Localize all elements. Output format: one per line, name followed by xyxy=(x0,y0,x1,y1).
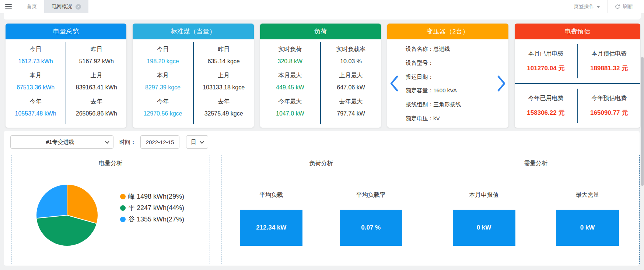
summary-cards-row: 电量总览 今日 1612.73 kWh 本月 67513.36 kWh 今年 1… xyxy=(6,24,640,128)
stat-cell: 上月最大 647.06 kW xyxy=(321,72,381,91)
field-value: kV xyxy=(433,115,440,121)
cost-value: 189881.32 元 xyxy=(590,64,628,72)
stat-cell: 实时负载率 10.03 % xyxy=(321,46,381,65)
stat-label: 本月最大 xyxy=(260,72,320,79)
tab-operations-label: 页签操作 xyxy=(574,3,594,10)
tab-grid-overview[interactable]: 电网概况 × xyxy=(44,0,88,13)
granularity-select[interactable]: 日 xyxy=(186,135,208,149)
stat-label: 今日 xyxy=(6,46,66,53)
pie-slice-separator xyxy=(36,215,67,219)
legend-item-flat[interactable]: 平 2247 kWh(44%) xyxy=(120,203,184,212)
stat-value: 5167.92 kWh xyxy=(66,58,126,65)
date-input[interactable]: 2022-12-15 xyxy=(140,135,179,149)
stat-label: 去年 xyxy=(66,98,126,106)
card-standard-coal-title: 标准煤（当量） xyxy=(133,24,253,39)
cost-label: 本月已用电费 xyxy=(528,50,563,58)
legend-label: 平 2247 kWh(44%) xyxy=(128,203,184,212)
card-transformer: 变压器（2台） 设备名称：总进线 设备型号： 投运日期： 额定容量：1600 k… xyxy=(387,24,508,128)
menu-toggle-icon[interactable] xyxy=(5,4,12,9)
stat-cell: 今年 12970.56 kgce xyxy=(133,98,193,117)
pie-legend: 峰 1498 kWh(29%) 平 2247 kWh(44%) 谷 1355 k… xyxy=(120,192,184,224)
card-energy-overview-body: 今日 1612.73 kWh 本月 67513.36 kWh 今年 105537… xyxy=(6,39,126,128)
stat-value: 1047.0 kW xyxy=(260,110,320,117)
stat-column: 平均负载 212.34 kW xyxy=(221,188,321,264)
chevron-right-icon xyxy=(497,75,506,92)
transformer-field: 设备名称：总进线 xyxy=(406,46,496,53)
transformer-field: 投运日期： xyxy=(406,74,496,81)
stat-value-box: 0 kW xyxy=(453,210,515,246)
cost-value: 158306.22 元 xyxy=(527,109,564,117)
line-select[interactable]: #1专变进线 xyxy=(10,135,113,149)
field-value: 1600 kVA xyxy=(433,87,457,93)
stat-label: 实时负荷 xyxy=(260,46,320,53)
card-transformer-body: 设备名称：总进线 设备型号： 投运日期： 额定容量：1600 kVA 接线组别：… xyxy=(387,39,508,128)
field-label: 设备型号： xyxy=(406,60,433,66)
stat-value-box: 212.34 kW xyxy=(240,210,302,246)
stat-cell: 本月最大 449.45 kW xyxy=(260,72,320,91)
cost-row-month: 本月已用电费 101270.04 元 本月预估电费 189881.32 元 xyxy=(515,39,641,83)
stat-label: 昨日 xyxy=(66,46,126,53)
chevron-left-icon xyxy=(390,75,399,92)
chevron-down-icon xyxy=(105,139,109,143)
stat-label: 上月 xyxy=(66,72,126,79)
tab-home-label: 首页 xyxy=(27,3,37,10)
scrollbar-thumb[interactable] xyxy=(641,57,644,186)
pie-chart[interactable] xyxy=(36,185,98,246)
refresh-label: 刷新 xyxy=(623,3,633,10)
refresh-button[interactable]: 刷新 xyxy=(607,0,640,13)
stat-label: 今年 xyxy=(133,98,193,106)
stat-cell: 去年 265056.86 kWh xyxy=(66,98,126,117)
legend-color-dot xyxy=(120,205,126,211)
stat-label: 本月 xyxy=(133,72,193,79)
stat-label: 本月 xyxy=(6,72,66,79)
card-transformer-title: 变压器（2台） xyxy=(387,24,508,39)
card-standard-coal: 标准煤（当量） 今日 198.20 kgce 本月 8297.39 kgce 今… xyxy=(133,24,253,128)
card-load: 负荷 实时负荷 320.8 kW 本月最大 449.45 kW 今年最大 104… xyxy=(260,24,381,128)
tab-home[interactable]: 首页 xyxy=(19,0,44,13)
legend-color-dot xyxy=(120,217,126,222)
field-label: 额定电压： xyxy=(406,115,433,121)
stat-label: 上月最大 xyxy=(321,72,381,79)
stat-cell: 上月 103133.18 kgce xyxy=(194,72,254,91)
filter-row: #1专变进线 时间： 2022-12-15 日 xyxy=(10,135,208,149)
stat-column: 最大需量 0 kW xyxy=(536,188,639,264)
cost-cell: 本月已用电费 101270.04 元 xyxy=(515,39,577,83)
field-label: 接线组别： xyxy=(406,101,433,107)
line-select-value: #1专变进线 xyxy=(46,139,74,146)
legend-label: 谷 1355 kWh(27%) xyxy=(128,215,184,224)
stat-column-label: 平均负载 xyxy=(259,191,283,199)
cost-value: 101270.04 元 xyxy=(527,64,564,72)
legend-color-dot xyxy=(120,194,126,199)
stat-column-label: 本月申报值 xyxy=(469,191,499,199)
stat-value: 103133.18 kgce xyxy=(194,84,254,91)
tab-close-icon[interactable]: × xyxy=(76,4,81,10)
pie-slice-separator xyxy=(67,215,97,224)
stat-value: 32575.49 kgce xyxy=(194,110,254,117)
stat-label: 今年 xyxy=(6,98,66,106)
stat-value: 10.03 % xyxy=(321,58,381,65)
stat-label: 昨日 xyxy=(194,46,254,53)
field-value: 三角形接线 xyxy=(433,101,461,107)
stat-cell: 实时负荷 320.8 kW xyxy=(260,46,320,65)
stat-column: 平均负载率 0.07 % xyxy=(321,188,421,264)
stat-cell: 昨日 635.14 kgce xyxy=(194,46,254,65)
stat-value: 635.14 kgce xyxy=(194,58,254,65)
stat-label: 上月 xyxy=(194,72,254,79)
card-cost-estimate: 电费预估 本月已用电费 101270.04 元 本月预估电费 189881.32… xyxy=(515,24,641,128)
transformer-field: 额定容量：1600 kVA xyxy=(406,87,496,94)
stat-value: 647.06 kW xyxy=(321,84,381,91)
tab-operations-button[interactable]: 页签操作 xyxy=(566,0,607,13)
next-transformer-button[interactable] xyxy=(496,75,507,92)
cost-label: 今年预估电费 xyxy=(591,95,627,102)
cost-row-year: 今年已用电费 158306.22 元 今年预估电费 165090.77 元 xyxy=(515,84,641,128)
panel-demand-analysis-title: 需量分析 xyxy=(432,160,639,167)
panel-load-analysis-title: 负荷分析 xyxy=(221,160,421,167)
toolbar-strip xyxy=(4,13,641,19)
prev-transformer-button[interactable] xyxy=(389,75,400,92)
stat-value-box: 0.07 % xyxy=(340,210,402,246)
time-label: 时间： xyxy=(119,139,136,146)
legend-item-peak[interactable]: 峰 1498 kWh(29%) xyxy=(120,192,184,201)
legend-item-valley[interactable]: 谷 1355 kWh(27%) xyxy=(120,215,184,224)
card-load-body: 实时负荷 320.8 kW 本月最大 449.45 kW 今年最大 1047.0… xyxy=(260,39,381,128)
chevron-down-icon xyxy=(200,139,204,143)
